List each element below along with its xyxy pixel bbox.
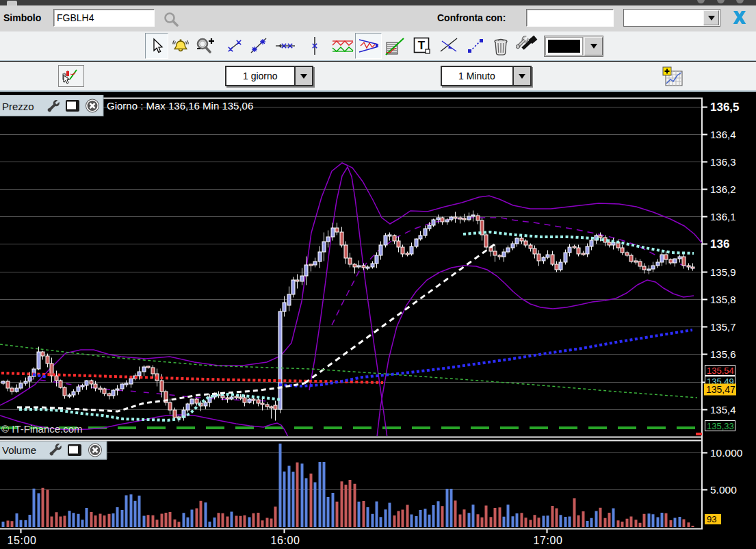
svg-text:Prezzo: Prezzo [2,101,34,112]
svg-text:135,7: 135,7 [710,321,736,333]
svg-text:T: T [418,39,426,52]
svg-text:135,6: 135,6 [710,348,736,360]
svg-text:136: 136 [710,238,729,251]
svg-text:Giorno : Max 136,16 Min 135,06: Giorno : Max 136,16 Min 135,06 [107,100,253,112]
svg-text:5.000: 5.000 [710,484,737,496]
svg-text:135,47: 135,47 [706,384,735,395]
svg-text:136,2: 136,2 [710,183,736,195]
svg-text:135,8: 135,8 [710,294,736,305]
svg-text:© IT-Finance.com: © IT-Finance.com [1,423,83,435]
svg-text:93: 93 [707,514,716,524]
svg-text:135,4: 135,4 [710,404,736,416]
svg-text:15:00: 15:00 [7,535,36,546]
svg-text:16:00: 16:00 [270,535,300,546]
svg-text:135,9: 135,9 [710,266,736,278]
svg-text:136,5: 136,5 [710,101,740,114]
svg-text:17:00: 17:00 [533,535,562,546]
svg-text:135,33: 135,33 [707,421,734,431]
svg-text:Volume: Volume [2,444,36,456]
svg-text:135,54: 135,54 [707,366,734,376]
svg-text:136,1: 136,1 [710,211,736,222]
svg-text:10.000: 10.000 [710,447,743,459]
svg-text:136,3: 136,3 [710,156,736,168]
svg-text:136,4: 136,4 [710,129,736,140]
